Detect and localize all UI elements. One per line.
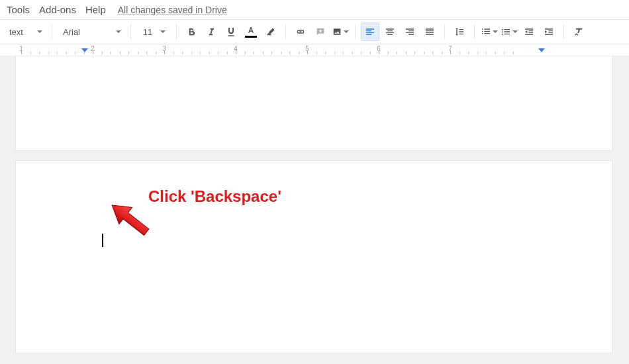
insert-image-button[interactable] [331,23,350,41]
caret-down-icon [493,30,498,33]
insert-link-button[interactable] [291,23,310,41]
align-right-button[interactable] [401,23,419,41]
annotation-text: Click 'Backspace' [148,187,281,206]
horizontal-ruler[interactable]: 1234567 [0,44,629,56]
text-format-group [182,23,280,41]
add-comment-button[interactable] [311,23,330,41]
separator [176,24,177,39]
right-indent-marker[interactable] [538,48,545,52]
paragraph-styles-dropdown[interactable]: text [4,23,46,40]
bold-button[interactable] [182,23,201,41]
save-status[interactable]: All changes saved in Drive [118,5,227,15]
separator [444,24,445,39]
alignment-group [361,23,439,41]
bulleted-list-button[interactable] [500,23,518,41]
svg-marker-0 [105,199,153,239]
separator [355,24,356,39]
font-size-value: 11 [143,27,152,37]
paragraph-styles-value: text [9,27,23,37]
align-justify-button[interactable] [420,23,439,41]
caret-down-icon [37,30,42,33]
caret-down-icon [160,30,166,33]
menu-bar: Tools Add-ons Help All changes saved in … [0,0,629,19]
numbered-list-button[interactable] [480,23,499,41]
toolbar: text Arial 11 [0,19,629,44]
document-canvas: Click 'Backspace' [0,56,629,364]
separator [52,24,52,39]
clear-formatting-button[interactable] [569,23,588,41]
insert-group [291,23,350,41]
caret-down-icon [116,30,121,33]
text-color-a-icon [246,26,256,35]
increase-indent-button[interactable] [540,23,558,41]
underline-button[interactable] [222,23,240,41]
font-family-dropdown[interactable]: Arial [58,23,125,40]
annotation-arrow-icon [103,199,156,239]
decrease-indent-button[interactable] [520,23,538,41]
separator [563,24,564,39]
align-center-button[interactable] [381,23,399,41]
text-color-swatch [245,36,257,38]
separator [130,24,131,39]
caret-down-icon [512,30,518,33]
font-size-dropdown[interactable]: 11 [136,23,171,40]
list-indent-group [480,23,558,41]
menu-tools[interactable]: Tools [7,4,30,15]
italic-button[interactable] [202,23,220,41]
page-previous[interactable] [16,56,612,150]
separator [474,24,475,39]
text-color-button[interactable] [242,23,260,41]
highlight-color-button[interactable] [262,23,280,41]
menu-help[interactable]: Help [85,4,106,15]
separator [285,24,286,39]
align-left-button[interactable] [361,23,379,41]
menu-addons[interactable]: Add-ons [39,4,76,15]
left-indent-marker[interactable] [81,48,88,52]
font-family-value: Arial [63,27,80,37]
page-current[interactable]: Click 'Backspace' [16,161,612,353]
caret-down-icon [344,30,349,33]
line-spacing-button[interactable] [450,23,469,41]
